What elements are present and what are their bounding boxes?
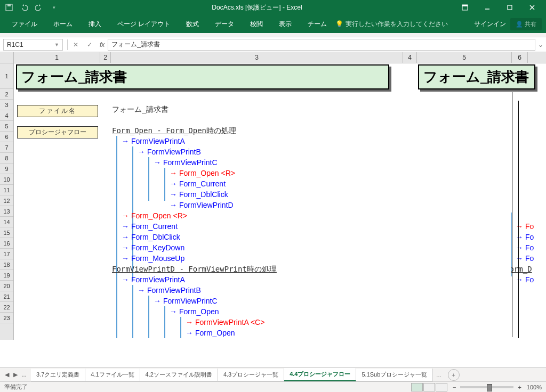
tab-formulas[interactable]: 数式 <box>179 17 206 32</box>
sheet-scroll-left-icon[interactable]: ◀ <box>3 371 11 378</box>
row-header[interactable]: 11 <box>0 185 13 195</box>
enter-formula-icon[interactable]: ✓ <box>83 41 97 48</box>
col-header[interactable]: 3 <box>111 52 403 63</box>
col-header[interactable]: 1 <box>14 52 100 63</box>
signin-link[interactable]: サインイン <box>474 20 506 29</box>
sheet-tab[interactable]: 5.1Subプロシージャ一覧 <box>356 369 433 381</box>
sheet-tab[interactable]: 4.2ソースファイル説明書 <box>140 369 218 381</box>
row-header[interactable]: 13 <box>0 206 13 217</box>
tab-home[interactable]: ホーム <box>46 17 80 32</box>
sheet-scroll-right-icon[interactable]: ▶ <box>12 371 19 378</box>
flow-item-recursive: → Form_Open <R> <box>122 211 187 220</box>
title-banner-1: フォーム_請求書 <box>16 64 389 89</box>
flow-heading-1: Form_Open - Form_Open時の処理 <box>112 126 236 136</box>
view-buttons <box>411 383 447 391</box>
row-header[interactable]: 21 <box>0 291 13 302</box>
expand-formula-bar-icon[interactable]: ⌄ <box>535 41 546 48</box>
redo-icon[interactable] <box>33 2 45 13</box>
select-all-triangle[interactable] <box>0 52 14 63</box>
tab-insert[interactable]: 挿入 <box>81 17 109 32</box>
sheet-tab[interactable]: 4.1ファイル一覧 <box>85 369 140 381</box>
formula-input[interactable]: フォーム_請求書 <box>108 39 535 51</box>
row-header[interactable]: 1 <box>0 63 13 89</box>
row-header[interactable]: 12 <box>0 195 13 206</box>
zoom-out-icon[interactable]: − <box>453 384 456 390</box>
tab-team[interactable]: チーム <box>300 17 334 32</box>
cell-area[interactable]: フォーム_請求書 フォーム_請求書 ファイル名 フォーム_請求書 プロシージャフ… <box>14 63 546 340</box>
close-icon[interactable] <box>521 1 543 14</box>
new-sheet-button[interactable]: + <box>448 369 460 381</box>
row-header[interactable]: 8 <box>0 153 13 164</box>
row-header[interactable]: 4 <box>0 110 13 121</box>
tab-data[interactable]: データ <box>207 17 242 32</box>
label-flow: プロシージャフロー <box>17 126 98 138</box>
zoom-slider[interactable] <box>460 386 513 388</box>
row-header[interactable]: 15 <box>0 227 13 238</box>
row-header[interactable]: 16 <box>0 238 13 249</box>
row-header[interactable]: 7 <box>0 142 13 153</box>
col-header[interactable]: 6 <box>512 52 528 63</box>
view-page-break-icon[interactable] <box>436 383 447 391</box>
col-header[interactable]: 5 <box>417 52 512 63</box>
zoom-level[interactable]: 100% <box>527 384 542 390</box>
row-header[interactable]: 19 <box>0 270 13 281</box>
sheet-more-right-icon[interactable]: ... <box>433 372 444 378</box>
row-header[interactable]: 2 <box>0 89 13 100</box>
minimize-icon[interactable] <box>477 1 498 14</box>
sheet-more-icon[interactable]: ... <box>20 371 28 378</box>
column-headers: 1 2 3 4 5 6 <box>0 52 546 63</box>
col-header[interactable]: 2 <box>100 52 111 63</box>
svg-rect-1 <box>7 4 11 6</box>
sheet-tab[interactable]: 3.7クエリ定義書 <box>31 369 85 381</box>
frame-line <box>518 101 519 338</box>
chevron-down-icon[interactable]: ▼ <box>54 42 59 47</box>
col-header[interactable]: 4 <box>403 52 417 63</box>
share-button[interactable]: 👤 共有 <box>510 18 542 30</box>
row-header[interactable]: 10 <box>0 174 13 185</box>
overflow-shards: → Fo → Fo → Fo → Fo Form_D → Fo <box>511 63 546 340</box>
view-page-layout-icon[interactable] <box>423 383 435 391</box>
sheet-nav: ◀ ▶ ... <box>0 371 31 378</box>
row-header[interactable]: 6 <box>0 132 13 142</box>
view-normal-icon[interactable] <box>411 383 423 391</box>
save-icon[interactable] <box>3 2 15 13</box>
tab-view[interactable]: 表示 <box>271 17 299 32</box>
fx-label[interactable]: fx <box>97 41 108 48</box>
tab-file[interactable]: ファイル <box>4 17 45 32</box>
row-header[interactable]: 22 <box>0 302 13 313</box>
row-header[interactable]: 9 <box>0 164 13 174</box>
tab-review[interactable]: 校閲 <box>243 17 270 32</box>
flow-item-recursive: → Form_Open <R> <box>170 169 235 177</box>
ribbon-tabs: ファイル ホーム 挿入 ページ レイアウト 数式 データ 校閲 表示 チーム 💡… <box>0 15 546 33</box>
maximize-icon[interactable] <box>499 1 520 14</box>
row-header[interactable]: 5 <box>0 121 13 132</box>
tree-vline <box>116 274 117 338</box>
flow-item: → FormViewPrintB <box>138 286 201 295</box>
flow-item: → Form_DblClick <box>122 233 180 241</box>
row-header[interactable]: 14 <box>0 217 13 227</box>
qat-dropdown-icon[interactable]: ▾ <box>48 2 60 13</box>
row-headers: 1 2 3 4 5 6 7 8 9 10 11 12 13 14 15 16 1… <box>0 63 14 340</box>
formula-bar: R1C1 ▼ ✕ ✓ fx フォーム_請求書 ⌄ <box>0 37 546 52</box>
name-box[interactable]: R1C1 ▼ <box>3 39 63 51</box>
status-ready: 準備完了 <box>4 383 28 391</box>
row-header[interactable]: 23 <box>0 313 13 323</box>
tell-me-search[interactable]: 💡 実行したい作業を入力してください <box>335 20 448 29</box>
row-header[interactable]: 20 <box>0 281 13 291</box>
row-header[interactable]: 3 <box>0 100 13 110</box>
tell-me-placeholder: 実行したい作業を入力してください <box>346 20 448 29</box>
tab-pagelayout[interactable]: ページ レイアウト <box>110 17 178 32</box>
tree-vline <box>164 306 165 338</box>
sheet-tab-active[interactable]: 4.4プロシージャフロー <box>284 368 356 381</box>
name-box-value: R1C1 <box>7 41 23 48</box>
ribbon-display-icon[interactable] <box>454 1 476 14</box>
undo-icon[interactable] <box>18 2 30 13</box>
cancel-formula-icon[interactable]: ✕ <box>69 41 83 48</box>
row-header[interactable]: 18 <box>0 259 13 270</box>
zoom-in-icon[interactable]: + <box>518 384 521 390</box>
row-header[interactable]: 17 <box>0 249 13 259</box>
spreadsheet-grid[interactable]: 1 2 3 4 5 6 1 2 3 4 5 6 7 8 9 10 11 12 1… <box>0 52 546 340</box>
tree-vline <box>132 285 133 338</box>
sheet-tab[interactable]: 4.3プロシージャ一覧 <box>218 369 284 381</box>
flow-item: → FormViewPrintC <box>154 297 218 305</box>
